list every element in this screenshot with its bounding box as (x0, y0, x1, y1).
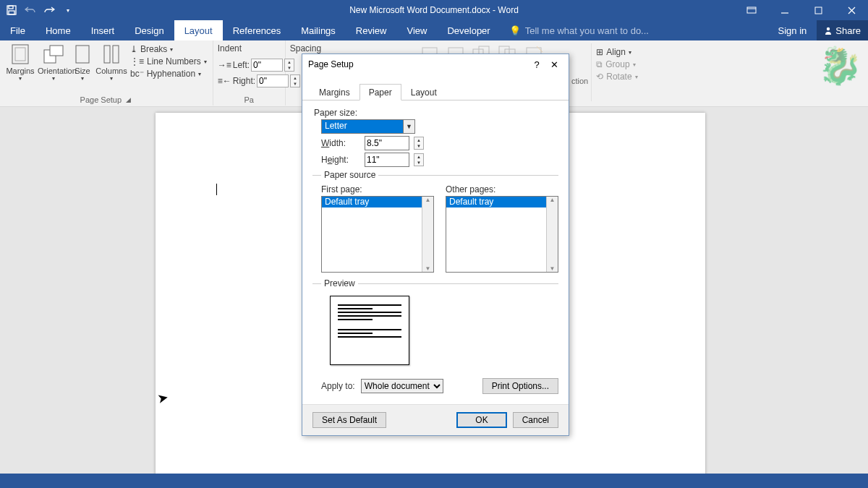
list-item[interactable]: Default tray (322, 197, 433, 207)
cancel-button[interactable]: Cancel (513, 412, 558, 428)
indent-left-input[interactable] (251, 59, 283, 72)
svg-rect-2 (9, 11, 14, 14)
indent-left[interactable]: →≡Left:▲▼ (218, 58, 294, 72)
spinner-icon[interactable]: ▲▼ (414, 153, 424, 166)
align-button[interactable]: ⊞Align ▾ (595, 46, 639, 58)
rotate-icon: ⟲ (596, 72, 603, 82)
apply-to-label: Apply to: (321, 381, 355, 391)
group-objects-button[interactable]: ⧉Group ▾ (595, 59, 639, 70)
undo-icon[interactable] (22, 1, 39, 19)
status-bar (0, 474, 868, 488)
group-icon: ⧉ (596, 59, 603, 69)
close-icon[interactable]: ✕ (545, 59, 563, 70)
paper-size-select[interactable]: Letter ▼ (321, 119, 415, 134)
page-setup-dialog: Page Setup ? ✕ Margins Paper Layout Pape… (302, 53, 569, 436)
print-options-button[interactable]: Print Options... (482, 378, 558, 394)
dialog-tab-margins[interactable]: Margins (310, 84, 359, 100)
group-label: Pa (244, 95, 253, 104)
tab-references[interactable]: References (223, 20, 291, 40)
svg-rect-6 (815, 7, 822, 14)
indent-right-input[interactable] (257, 74, 289, 87)
window-title: New Microsoft Word Document.docx - Word (349, 5, 519, 15)
svg-rect-3 (747, 7, 756, 13)
scrollbar[interactable]: ▲▼ (546, 197, 558, 272)
svg-rect-15 (104, 46, 110, 63)
set-as-default-button[interactable]: Set As Default (312, 412, 386, 428)
group-label: Page Setup (80, 95, 122, 104)
maximize-icon[interactable] (801, 0, 835, 20)
customize-qat-icon[interactable]: ▾ (59, 1, 77, 19)
margins-button[interactable]: Margins▾ (4, 42, 36, 82)
svg-rect-13 (50, 46, 63, 56)
preview-group: Preview (312, 278, 558, 374)
dialog-launcher-icon[interactable]: ◢ (124, 96, 132, 103)
line-numbers-button[interactable]: ⋮≡Line Numbers ▾ (129, 56, 208, 67)
breaks-icon: ⤓ (130, 44, 137, 54)
tab-mailings[interactable]: Mailings (291, 20, 346, 40)
list-item[interactable]: Default tray (446, 197, 558, 207)
width-label: Width: (321, 138, 360, 148)
share-icon (824, 26, 833, 35)
paper-size-value: Letter (322, 120, 403, 133)
dialog-titlebar[interactable]: Page Setup ? ✕ (302, 54, 569, 74)
ok-button[interactable]: OK (456, 412, 506, 428)
height-input[interactable] (365, 153, 409, 167)
width-input[interactable] (365, 136, 409, 150)
dragon-logo-icon: 🐉 (817, 45, 862, 87)
dialog-tabs: Margins Paper Layout (302, 83, 569, 100)
paper-size-label: Paper size: (312, 106, 558, 119)
paper-source-label: Paper source (321, 170, 378, 180)
chevron-down-icon[interactable]: ▼ (403, 120, 414, 133)
dialog-tab-paper[interactable]: Paper (359, 84, 401, 100)
breaks-button[interactable]: ⤓Breaks ▾ (129, 43, 208, 55)
text-cursor (216, 184, 217, 195)
share-button[interactable]: Share (817, 20, 868, 40)
paper-source-group: Paper source First page: Default tray ▲▼… (312, 170, 558, 274)
height-label: Height: (321, 155, 360, 165)
tab-layout[interactable]: Layout (174, 20, 223, 40)
first-page-label: First page: (321, 184, 434, 194)
dialog-title: Page Setup (308, 59, 354, 69)
ribbon-options-icon[interactable] (735, 0, 768, 20)
dialog-footer: Set As Default OK Cancel (302, 404, 569, 435)
svg-rect-14 (76, 46, 89, 63)
tab-home[interactable]: Home (35, 20, 81, 40)
rotate-button[interactable]: ⟲Rotate ▾ (595, 71, 639, 82)
sign-in[interactable]: Sign in (768, 25, 817, 36)
svg-rect-1 (9, 6, 13, 9)
tab-file[interactable]: File (0, 20, 35, 40)
tab-design[interactable]: Design (124, 20, 174, 40)
other-pages-listbox[interactable]: Default tray ▲▼ (446, 196, 558, 273)
first-page-listbox[interactable]: Default tray ▲▼ (321, 196, 434, 273)
ribbon-tabs: File Home Insert Design Layout Reference… (0, 20, 868, 40)
svg-rect-16 (113, 46, 119, 63)
spinner-icon[interactable]: ▲▼ (414, 137, 424, 150)
group-page-setup: Margins▾ Orientation▾ Size▾ Columns▾ ⤓Br… (0, 40, 213, 106)
close-icon[interactable] (835, 0, 868, 20)
hyphenation-button[interactable]: bc⁻Hyphenation ▾ (129, 68, 208, 80)
save-icon[interactable] (3, 1, 20, 19)
help-icon[interactable]: ? (528, 59, 545, 70)
apply-to-select[interactable]: Whole document (361, 379, 443, 393)
svg-point-9 (827, 27, 830, 30)
dialog-tab-layout[interactable]: Layout (401, 84, 446, 100)
indent-heading: Indent (218, 42, 242, 56)
tab-insert[interactable]: Insert (81, 20, 125, 40)
window-controls (735, 0, 868, 20)
tell-me[interactable]: 💡 Tell me what you want to do... (501, 20, 649, 40)
tab-developer[interactable]: Developer (437, 20, 500, 40)
tell-me-label: Tell me what you want to do... (525, 25, 649, 36)
tab-review[interactable]: Review (346, 20, 397, 40)
columns-button[interactable]: Columns▾ (95, 42, 127, 82)
size-button[interactable]: Size▾ (71, 42, 94, 82)
scrollbar[interactable]: ▲▼ (422, 197, 433, 272)
redo-icon[interactable] (41, 1, 58, 19)
orientation-button[interactable]: Orientation▾ (38, 42, 69, 82)
group-arrange-partial: ction ⊞Align ▾ ⧉Group ▾ ⟲Rotate ▾ (571, 43, 639, 101)
tab-view[interactable]: View (396, 20, 437, 40)
lightbulb-icon: 💡 (509, 25, 521, 36)
other-pages-label: Other pages: (446, 184, 558, 194)
preview-thumbnail (330, 296, 409, 365)
minimize-icon[interactable] (768, 0, 801, 20)
line-numbers-icon: ⋮≡ (130, 56, 144, 67)
